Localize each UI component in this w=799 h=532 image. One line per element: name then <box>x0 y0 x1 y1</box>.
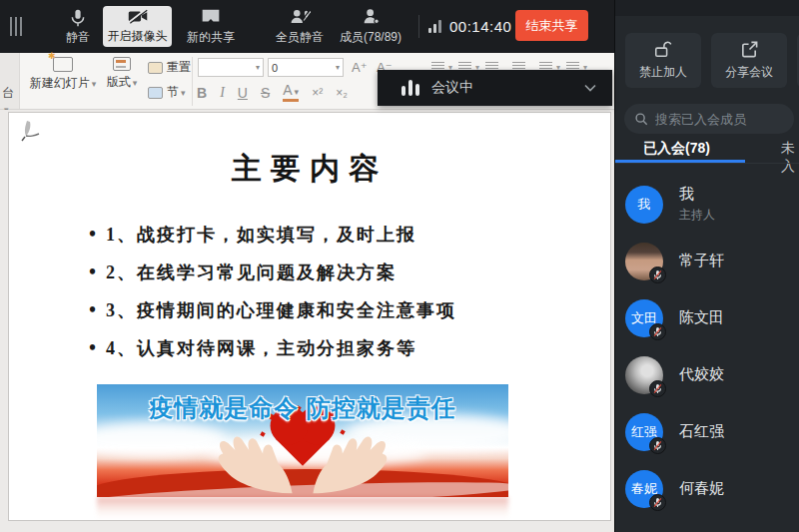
member-row[interactable]: 我 我 主持人 <box>615 176 799 233</box>
avatar: 我 <box>625 186 663 224</box>
meeting-status-bar[interactable]: 会议中 <box>378 70 612 106</box>
member-texts: 陈文田 <box>679 308 724 327</box>
slide-bullet: 3、疫情期间的心理健康和安全注意事项 <box>89 294 456 332</box>
member-name: 常子轩 <box>679 252 724 270</box>
section-button[interactable]: 节 <box>148 84 186 101</box>
slide-canvas-area: 主要内容 1、战疫打卡，如实填写，及时上报2、在线学习常见问题及解决方案3、疫情… <box>0 110 614 532</box>
subscript-button[interactable]: ×₂ <box>336 86 348 100</box>
font-format-row: B I U S A ×² ×₂ <box>197 84 348 102</box>
microphone-icon <box>69 8 87 28</box>
slide[interactable]: 主要内容 1、战疫打卡，如实填写，及时上报2、在线学习常见问题及解决方案3、疫情… <box>8 112 611 521</box>
start-camera-button[interactable]: 开启摄像头 <box>103 6 172 47</box>
combo-arrow-icon: ▾ <box>336 63 340 72</box>
member-texts: 我 主持人 <box>679 185 715 224</box>
banner-image: 疫情就是命令 防控就是责任 <box>97 384 508 497</box>
combo-arrow-icon: ▾ <box>256 63 260 72</box>
mic-muted-icon <box>649 323 666 340</box>
banner-reflection <box>97 497 508 519</box>
slide-bullet: 2、在线学习常见问题及解决方案 <box>89 257 456 294</box>
share-meeting-label: 分享会议 <box>725 64 773 81</box>
member-row[interactable]: 常子轩 <box>615 233 799 289</box>
new-slide-button[interactable]: ✱ 新建幻灯片 <box>30 57 96 92</box>
mic-muted-icon <box>649 437 666 454</box>
member-search[interactable] <box>624 104 794 134</box>
search-icon <box>634 112 648 126</box>
slide-bullet-list: 1、战疫打卡，如实填写，及时上报2、在线学习常见问题及解决方案3、疫情期间的心理… <box>89 219 456 370</box>
new-share-label: 新的共享 <box>187 29 235 46</box>
font-color-button[interactable]: A <box>283 84 299 102</box>
camera-off-icon <box>128 8 148 24</box>
avatar: 春妮 <box>625 470 663 508</box>
member-texts: 常子轩 <box>679 252 724 270</box>
member-row[interactable]: 代姣姣 <box>615 346 799 403</box>
ribbon-left-partial-button[interactable]: 台 <box>0 53 20 109</box>
slide-bullet: 4、认真对待网课，主动分担家务等 <box>89 332 456 370</box>
meeting-app-window: 静音 开启摄像头 <box>0 0 799 532</box>
member-icon <box>363 8 380 25</box>
member-name: 我 <box>679 185 715 204</box>
slide-title: 主要内容 <box>9 149 610 190</box>
new-share-button[interactable]: 新的共享 <box>181 6 241 48</box>
drag-handle-icon[interactable] <box>10 17 22 36</box>
member-row[interactable]: 春妮 何春妮 <box>615 460 799 517</box>
mute-all-icon <box>290 8 311 25</box>
start-camera-label: 开启摄像头 <box>108 28 168 45</box>
active-tab-underline <box>615 160 745 163</box>
banner-slogan: 疫情就是命令 防控就是责任 <box>97 392 508 424</box>
meeting-timer: 00:14:40 <box>449 18 511 35</box>
mic-muted-icon <box>649 494 666 511</box>
end-share-label: 结束共享 <box>526 17 578 35</box>
mic-muted-icon <box>649 380 666 397</box>
meeting-toolbar: 静音 开启摄像头 <box>0 0 614 53</box>
strikethrough-button[interactable]: S <box>261 85 270 101</box>
member-row[interactable]: 文田 陈文田 <box>615 289 799 346</box>
tab-joined[interactable]: 已入会(78) <box>643 140 710 158</box>
superscript-button[interactable]: ×² <box>312 86 323 100</box>
layout-button[interactable]: 版式 <box>100 57 144 91</box>
avatar <box>625 356 663 394</box>
slide-bullet: 1、战疫打卡，如实填写，及时上报 <box>89 219 456 257</box>
member-name: 何春妮 <box>679 479 724 498</box>
member-name: 代姣姣 <box>679 365 724 384</box>
tab-not-joined[interactable]: 未入 <box>781 140 799 176</box>
block-join-label: 禁止加人 <box>639 64 687 81</box>
mute-all-button[interactable]: 全员静音 <box>266 6 334 48</box>
members-panel: 禁止加人 分享会议 已入会(78) 未入 <box>614 0 799 532</box>
member-texts: 何春妮 <box>679 479 724 498</box>
avatar: 红强 <box>625 413 663 451</box>
avatar: 文田 <box>625 299 663 337</box>
reset-button[interactable]: 重置 <box>148 59 191 76</box>
avatar-initials: 我 <box>638 196 651 214</box>
font-size-value: 0 <box>272 62 278 74</box>
bold-button[interactable]: B <box>197 85 207 101</box>
share-screen-icon <box>201 8 221 25</box>
member-texts: 代姣姣 <box>679 365 724 384</box>
new-slide-icon: ✱ <box>53 57 73 72</box>
toolbar-divider <box>418 15 419 38</box>
volume-bars-icon <box>401 80 419 96</box>
mute-button[interactable]: 静音 <box>56 6 100 48</box>
members-button[interactable]: 成员(78/89) <box>328 6 413 48</box>
layout-label: 版式 <box>107 74 138 91</box>
member-name: 陈文田 <box>679 308 724 327</box>
member-texts: 石红强 <box>679 422 724 441</box>
ribbon-separator <box>192 57 193 106</box>
underline-button[interactable]: U <box>238 85 248 101</box>
grow-font-button[interactable]: A⁺ <box>352 60 368 75</box>
section-icon <box>148 87 163 99</box>
block-join-button[interactable]: 禁止加人 <box>625 33 701 88</box>
feather-decoration-icon <box>17 118 47 146</box>
end-share-button[interactable]: 结束共享 <box>515 10 588 41</box>
member-list: 我 我 主持人 <box>615 176 799 517</box>
search-input[interactable] <box>655 112 775 127</box>
member-row[interactable]: 红强 石红强 <box>615 403 799 460</box>
member-name: 石红强 <box>679 422 724 441</box>
avatar <box>625 243 663 280</box>
italic-button[interactable]: I <box>220 85 225 101</box>
font-name-combo[interactable]: ▾ <box>198 58 264 77</box>
share-meeting-button[interactable]: 分享会议 <box>711 33 787 88</box>
chevron-down-icon[interactable] <box>584 84 596 92</box>
mute-all-label: 全员静音 <box>276 29 324 46</box>
font-size-combo[interactable]: 0▾ <box>268 58 344 77</box>
tabs-divider <box>615 163 799 164</box>
